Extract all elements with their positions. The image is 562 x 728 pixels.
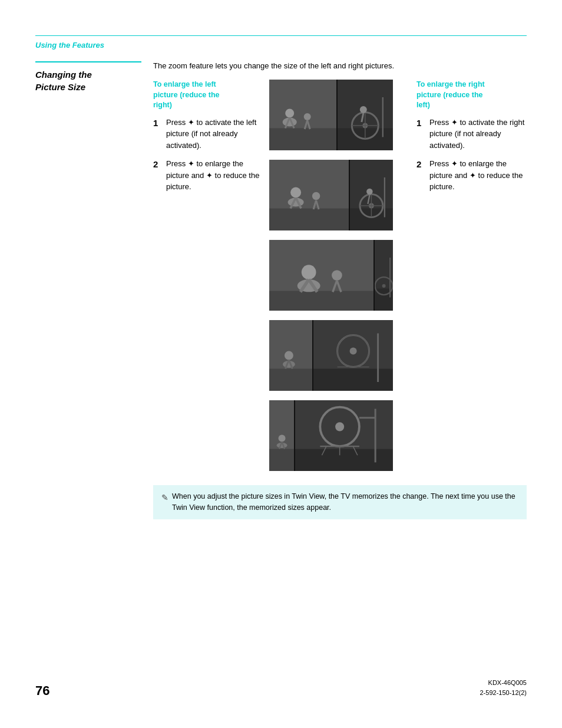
svg-point-42 bbox=[332, 270, 342, 281]
svg-rect-19 bbox=[269, 209, 349, 231]
svg-rect-70 bbox=[295, 449, 393, 471]
svg-rect-57 bbox=[313, 369, 393, 391]
note-icon: ✎ bbox=[161, 492, 168, 504]
content-area: Changing the Picture Size The zoom featu… bbox=[35, 61, 527, 519]
tv-image-1 bbox=[269, 80, 393, 150]
tv-image-2 bbox=[269, 160, 393, 230]
svg-point-48 bbox=[382, 284, 385, 288]
page-number: 76 bbox=[35, 683, 49, 699]
left-step-1: 1 Press ✦ to activate the left picture (… bbox=[153, 117, 263, 151]
svg-point-24 bbox=[312, 192, 320, 200]
svg-point-6 bbox=[304, 113, 311, 120]
svg-rect-64 bbox=[269, 449, 294, 472]
right-step-2: 2 Press ✦ to enlarge the picture and ✦ t… bbox=[416, 158, 527, 193]
tv-image-4 bbox=[269, 320, 393, 391]
section-title: Changing the Picture Size bbox=[35, 68, 141, 93]
section-label: Using the Features bbox=[35, 41, 527, 50]
tv-image-1-left bbox=[269, 80, 336, 150]
left-step-2: 2 Press ✦ to enlarge the picture and ✦ t… bbox=[153, 158, 263, 193]
note-box: ✎ When you adjust the picture sizes in T… bbox=[153, 485, 527, 519]
tv-image-5-right bbox=[295, 400, 393, 471]
svg-point-53 bbox=[285, 351, 293, 360]
svg-point-39 bbox=[302, 265, 316, 279]
svg-rect-37 bbox=[269, 291, 373, 311]
note-text: When you adjust the picture sizes in Twi… bbox=[172, 491, 518, 513]
right-col-header: To enlarge the right picture (reduce the… bbox=[416, 80, 527, 111]
right-step-1: 1 Press ✦ to activate the right picture … bbox=[416, 117, 527, 151]
right-instruction-col: To enlarge the right picture (reduce the… bbox=[411, 80, 527, 476]
svg-point-66 bbox=[279, 435, 286, 442]
svg-point-3 bbox=[285, 109, 294, 118]
svg-point-61 bbox=[349, 348, 356, 355]
svg-point-33 bbox=[366, 189, 373, 195]
intro-text: The zoom feature lets you change the siz… bbox=[153, 61, 527, 70]
sidebar-rule bbox=[35, 61, 141, 62]
left-col-header: To enlarge the left picture (reduce the … bbox=[153, 80, 263, 111]
svg-point-72 bbox=[335, 422, 344, 431]
tv-image-4-left bbox=[269, 320, 312, 391]
tv-image-2-right bbox=[350, 160, 393, 230]
tv-image-4-right bbox=[313, 320, 393, 391]
svg-rect-1 bbox=[269, 129, 336, 151]
top-rule bbox=[35, 35, 527, 36]
tv-image-3 bbox=[269, 240, 393, 311]
main-content: The zoom feature lets you change the siz… bbox=[153, 61, 527, 519]
tv-image-3-right bbox=[375, 240, 393, 311]
svg-point-15 bbox=[360, 106, 367, 113]
tv-image-3-left bbox=[269, 240, 373, 311]
left-instruction-col: To enlarge the left picture (reduce the … bbox=[153, 80, 269, 476]
page-ref: KDX-46Q005 2-592-150-12(2) bbox=[480, 678, 527, 699]
left-sidebar: Changing the Picture Size bbox=[35, 61, 153, 519]
tv-image-5 bbox=[269, 400, 393, 471]
page: Using the Features Changing the Picture … bbox=[0, 0, 562, 728]
tv-image-1-right bbox=[338, 80, 393, 150]
svg-rect-51 bbox=[269, 369, 312, 391]
tv-image-5-left bbox=[269, 400, 294, 471]
svg-point-21 bbox=[290, 187, 301, 198]
tv-image-2-left bbox=[269, 160, 349, 230]
